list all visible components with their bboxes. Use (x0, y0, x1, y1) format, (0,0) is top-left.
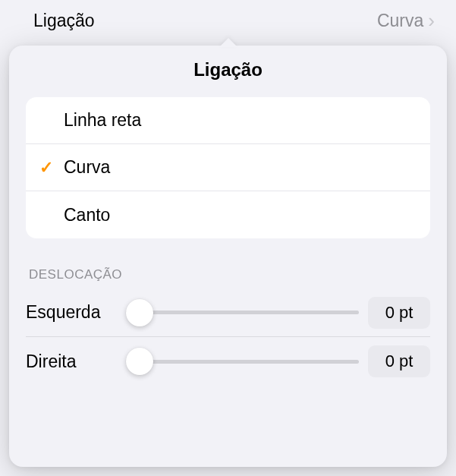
slider-track-bg (126, 360, 359, 364)
slider-track-bg (126, 311, 359, 314)
offset-left-slider[interactable] (126, 299, 359, 326)
offset-slider-group: Esquerda 0 pt Direita 0 pt (26, 288, 430, 386)
offset-right-row: Direita 0 pt (26, 337, 430, 386)
option-curve[interactable]: ✓ Curva (26, 144, 430, 191)
offset-right-label: Direita (26, 351, 117, 372)
chevron-right-icon: › (428, 9, 435, 33)
popover-title: Ligação (9, 59, 447, 80)
checkmark-icon: ✓ (39, 158, 53, 178)
slider-knob[interactable] (126, 299, 153, 326)
connection-header-label: Ligação (33, 11, 95, 31)
option-label: Canto (64, 205, 110, 225)
option-label: Curva (64, 157, 110, 178)
connection-header-value: Curva (377, 11, 423, 31)
connection-popover: Ligação Linha reta ✓ Curva Canto DESLOCA… (9, 46, 447, 467)
connection-header-row[interactable]: Ligação Curva › (0, 0, 456, 39)
connection-header-value-wrap: Curva › (377, 9, 435, 33)
offset-section-header: DESLOCAÇÃO (29, 267, 427, 282)
check-slot: ✓ (39, 158, 64, 178)
connection-option-list: Linha reta ✓ Curva Canto (26, 97, 430, 238)
offset-left-label: Esquerda (26, 302, 117, 323)
slider-knob[interactable] (126, 348, 153, 375)
option-corner[interactable]: Canto (26, 191, 430, 238)
offset-right-slider[interactable] (126, 348, 359, 375)
offset-left-value[interactable]: 0 pt (368, 297, 430, 329)
option-label: Linha reta (64, 110, 141, 131)
option-straight-line[interactable]: Linha reta (26, 97, 430, 144)
offset-left-row: Esquerda 0 pt (26, 288, 430, 337)
offset-right-value[interactable]: 0 pt (368, 345, 430, 377)
